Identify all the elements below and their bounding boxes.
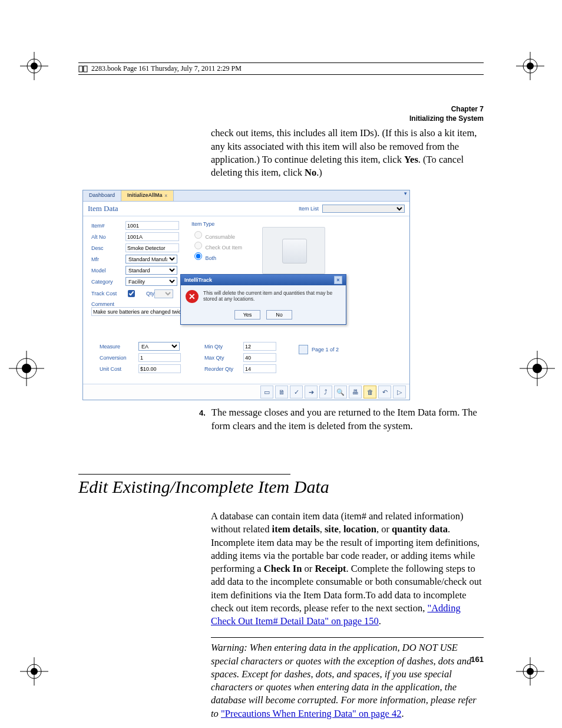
crop-mark-icon [516, 657, 544, 686]
link-precautions[interactable]: "Precautions When Entering Data" on page… [221, 708, 401, 719]
book-icon [78, 65, 88, 73]
toolbar-btn-3[interactable]: ➔ [305, 386, 318, 398]
app-window: Dashboard InitializeAllMax ▾ Item Data I… [82, 190, 410, 400]
image-preview [262, 227, 325, 274]
input-comment[interactable] [91, 307, 183, 316]
book-header-text: 2283.book Page 161 Thursday, July 7, 201… [91, 64, 242, 73]
crop-mark-icon [516, 52, 544, 80]
label-category: Category [91, 279, 125, 285]
confirm-dialog: IntelliTrack × ✕ This will delete the cu… [180, 274, 346, 325]
input-conversion[interactable] [138, 353, 181, 362]
label-unitcost: Unit Cost [100, 366, 138, 372]
form-title: Item Data [88, 204, 118, 213]
select-category[interactable]: Facility [125, 277, 177, 286]
label-track: Track Cost [91, 291, 125, 297]
label-qty: Qty [146, 291, 154, 297]
input-maxqty[interactable] [243, 353, 276, 362]
label-conversion: Conversion [100, 355, 138, 361]
label-item: Item# [91, 223, 125, 229]
input-desc[interactable] [125, 243, 179, 252]
checkbox-trackcost[interactable] [128, 290, 135, 297]
toolbar-btn-9[interactable]: ▷ [393, 386, 406, 398]
input-alt[interactable] [125, 232, 179, 241]
page-number: 161 [471, 655, 484, 664]
label-reorderqty: Reorder Qty [204, 366, 243, 372]
step-text: The message closes and you are returned … [211, 406, 484, 433]
radio-consumable[interactable]: Consumable [191, 229, 242, 240]
tab-dashboard[interactable]: Dashboard [83, 190, 121, 201]
item-list-label: Item List [299, 206, 319, 212]
section-title: Edit Existing/Incomplete Item Data [78, 477, 484, 497]
warning-text: Warning: When entering data in the appli… [211, 641, 484, 720]
toolbar: ▭ 🗎 ✓ ➔ ⤴ 🔍 🖶 🗑 ↶ ▷ [83, 384, 409, 400]
book-header: 2283.book Page 161 Thursday, July 7, 201… [78, 62, 484, 75]
label-maxqty: Max Qty [204, 355, 243, 361]
svg-rect-24 [79, 66, 82, 72]
chapter-label: Chapter 7 [78, 104, 484, 114]
svg-rect-25 [84, 66, 87, 72]
crop-mark-icon [9, 351, 44, 386]
embedded-screenshot: Dashboard InitializeAllMax ▾ Item Data I… [78, 190, 484, 400]
select-mfr[interactable]: Standard Manufacturin [125, 255, 177, 263]
tab-overflow-icon[interactable]: ▾ [401, 190, 409, 201]
label-comment: Comment [91, 301, 114, 307]
label-itemtype: Item Type [191, 221, 242, 227]
crop-mark-icon [520, 351, 555, 386]
radio-checkout[interactable]: Check Out Item [191, 240, 242, 251]
chapter-title: Initializing the System [78, 114, 484, 123]
pager-text: Page 1 of 2 [312, 347, 339, 353]
toolbar-btn-8[interactable]: ↶ [378, 386, 391, 398]
crop-mark-icon [20, 52, 48, 80]
error-icon: ✕ [186, 290, 199, 303]
step-4: 4. The message closes and you are return… [199, 406, 484, 433]
toolbar-btn-7[interactable]: 🗑 [363, 386, 376, 398]
toolbar-btn-6[interactable]: 🖶 [349, 386, 362, 398]
input-item[interactable] [125, 221, 179, 230]
pager: Page 1 of 2 [299, 345, 339, 354]
select-model[interactable]: Standard [125, 266, 177, 275]
crop-mark-icon [20, 657, 48, 686]
dialog-yes-button[interactable]: Yes [234, 310, 260, 319]
toolbar-btn-0[interactable]: ▭ [260, 386, 273, 398]
input-reorderqty[interactable] [243, 364, 276, 373]
dialog-message: This will delete the current item and qu… [203, 290, 341, 302]
item-type-group: Item Type Consumable Check Out Item Both [191, 221, 242, 261]
label-alt: Alt No [91, 234, 125, 240]
toolbar-btn-2[interactable]: ✓ [290, 386, 303, 398]
paragraph-continuation: check out items, this includes all item … [211, 127, 484, 179]
tab-bar: Dashboard InitializeAllMax ▾ [83, 190, 409, 202]
label-measure: Measure [100, 344, 138, 350]
label-mfr: Mfr [91, 256, 125, 262]
toolbar-btn-1[interactable]: 🗎 [275, 386, 288, 398]
input-minqty[interactable] [243, 342, 276, 351]
select-measure[interactable]: EA [138, 342, 180, 351]
dialog-no-button[interactable]: No [266, 310, 292, 319]
radio-both[interactable]: Both [191, 251, 242, 261]
item-list-select[interactable] [322, 205, 405, 213]
section-rule [78, 474, 290, 475]
toolbar-btn-5[interactable]: 🔍 [334, 386, 347, 398]
paragraph-intro: A database can contain item data (item# … [211, 510, 484, 628]
dialog-title: IntelliTrack [184, 277, 212, 283]
warning-rule-top [211, 637, 484, 638]
label-desc: Desc [91, 245, 125, 251]
input-unitcost[interactable] [138, 364, 181, 373]
toolbar-btn-4[interactable]: ⤴ [319, 386, 332, 398]
close-icon[interactable]: x [165, 193, 167, 198]
tab-initialize[interactable]: InitializeAllMax [121, 190, 174, 201]
pager-icon[interactable] [299, 345, 308, 354]
step-number: 4. [199, 406, 206, 433]
label-model: Model [91, 268, 125, 274]
select-qty [154, 289, 173, 298]
chapter-header: Chapter 7 Initializing the System [78, 104, 484, 123]
dialog-close-icon[interactable]: × [334, 276, 342, 284]
label-minqty: Min Qty [204, 344, 243, 350]
